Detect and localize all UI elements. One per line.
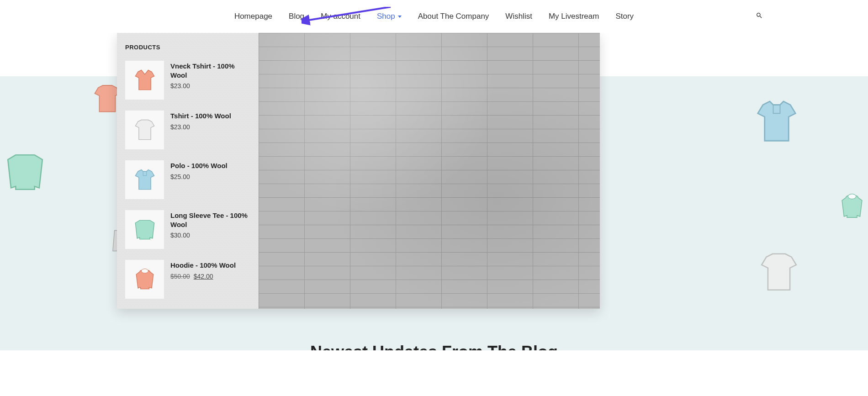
product-info: Hoodie - 100% Wool $50.00 $42.00: [170, 260, 250, 280]
vneck-tshirt-icon: [131, 67, 159, 94]
mega-dropdown-heading: PRODUCTS: [125, 44, 250, 51]
search-icon: [756, 12, 763, 19]
nav-item-about-the-company[interactable]: About The Company: [418, 12, 489, 21]
product-price: $23.00: [170, 123, 250, 131]
hoodie-illustration-icon: [836, 177, 868, 236]
svg-point-1: [141, 269, 148, 273]
product-price-old: $50.00: [170, 273, 190, 280]
product-thumb: [125, 111, 164, 149]
nav-items-container: Homepage Blog My account Shop About The …: [234, 12, 634, 21]
product-item-vneck-tshirt[interactable]: Vneck Tshirt - 100% Wool $23.00: [125, 61, 250, 100]
product-name: Vneck Tshirt - 100% Wool: [170, 62, 250, 79]
longsleeve-icon: [131, 216, 159, 243]
nav-item-blog[interactable]: Blog: [289, 12, 304, 21]
product-thumb: [125, 61, 164, 100]
product-thumb: [125, 260, 164, 299]
svg-point-2: [848, 194, 856, 199]
product-info: Polo - 100% Wool $25.00: [170, 160, 250, 180]
product-name: Polo - 100% Wool: [170, 161, 250, 170]
product-info: Tshirt - 100% Wool $23.00: [170, 111, 250, 131]
brick-wall-background: [259, 33, 600, 309]
hoodie-icon: [131, 266, 159, 293]
product-thumb: [125, 210, 164, 249]
product-item-tshirt[interactable]: Tshirt - 100% Wool $23.00: [125, 111, 250, 149]
product-price: $23.00: [170, 82, 250, 90]
product-item-long-sleeve-tee[interactable]: Long Sleeve Tee - 100% Wool $30.00: [125, 210, 250, 249]
product-name: Hoodie - 100% Wool: [170, 261, 250, 270]
product-item-hoodie[interactable]: Hoodie - 100% Wool $50.00 $42.00: [125, 260, 250, 299]
nav-item-wishlist[interactable]: Wishlist: [505, 12, 532, 21]
nav-item-my-livestream[interactable]: My Livestream: [549, 12, 599, 21]
product-name: Tshirt - 100% Wool: [170, 111, 250, 121]
tshirt-icon: [131, 116, 159, 144]
shop-mega-dropdown: PRODUCTS Vneck Tshirt - 100% Wool $23.00…: [117, 33, 600, 309]
nav-item-my-account[interactable]: My account: [321, 12, 360, 21]
mega-dropdown-products-column: PRODUCTS Vneck Tshirt - 100% Wool $23.00…: [117, 33, 259, 309]
polo-illustration-icon: [749, 90, 804, 154]
blog-section-heading: Newest Updates From The Blog: [310, 343, 558, 350]
nav-item-story[interactable]: Story: [615, 12, 634, 21]
chevron-down-icon: [398, 16, 402, 18]
tshirt-grey-illustration-icon: [754, 245, 804, 300]
nav-item-shop[interactable]: Shop: [377, 12, 402, 21]
product-info: Vneck Tshirt - 100% Wool $23.00: [170, 61, 250, 90]
polo-icon: [131, 166, 159, 194]
product-price-new: $42.00: [194, 273, 213, 280]
product-price: $50.00 $42.00: [170, 273, 250, 280]
product-item-polo[interactable]: Polo - 100% Wool $25.00: [125, 160, 250, 199]
search-button[interactable]: [756, 12, 763, 21]
product-name: Long Sleeve Tee - 100% Wool: [170, 211, 250, 229]
product-info: Long Sleeve Tee - 100% Wool $30.00: [170, 210, 250, 239]
longsleeve-illustration-icon: [0, 145, 50, 200]
product-price: $30.00: [170, 232, 250, 239]
top-navigation: Homepage Blog My account Shop About The …: [0, 0, 868, 33]
product-price: $25.00: [170, 173, 250, 180]
nav-item-shop-label: Shop: [377, 12, 395, 21]
mega-dropdown-feature-image: [259, 33, 600, 309]
product-thumb: [125, 160, 164, 199]
nav-item-homepage[interactable]: Homepage: [234, 12, 272, 21]
